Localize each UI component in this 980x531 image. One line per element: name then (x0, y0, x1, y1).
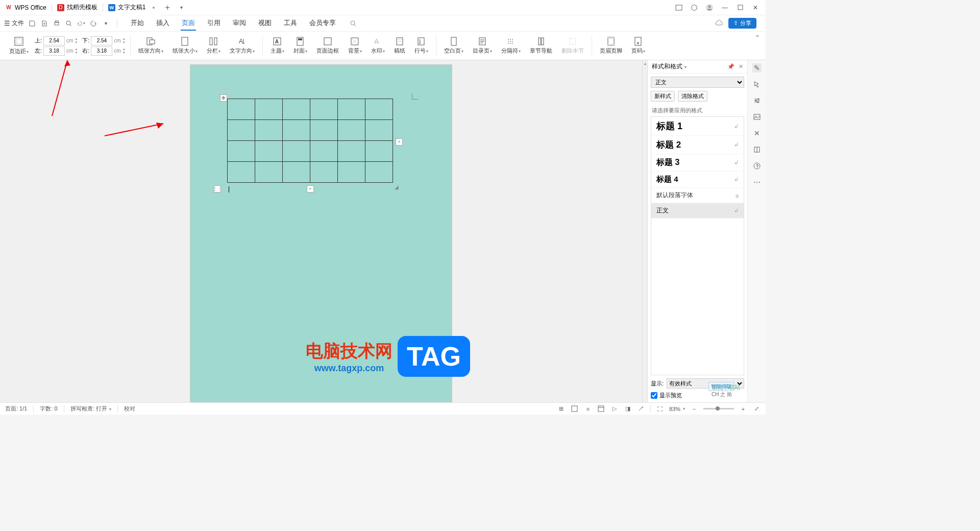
avatar-icon[interactable] (705, 4, 714, 12)
document-table[interactable] (227, 99, 393, 183)
more-icon[interactable]: ⋯ (752, 178, 762, 187)
page-margin-button[interactable]: 页边距▾ (6, 35, 32, 56)
pin-icon[interactable]: 📌 (727, 63, 734, 70)
zoom-slider[interactable] (703, 408, 734, 409)
margin-left-input[interactable] (43, 46, 65, 56)
margin-top-input[interactable] (43, 36, 65, 45)
table-options-handle[interactable]: ⋮⋮ (214, 185, 221, 192)
tab-list-dropdown[interactable]: ▾ (175, 5, 188, 10)
cover-button[interactable]: 封面▾ (290, 36, 310, 56)
help-icon[interactable]: ? (752, 161, 762, 171)
print-icon[interactable] (53, 19, 61, 28)
style-default-font[interactable]: 默认段落字体а (651, 188, 744, 203)
separator-button[interactable]: 分隔符▾ (498, 36, 524, 56)
gallery-icon[interactable] (752, 112, 762, 122)
spinner[interactable]: ▲▼ (122, 47, 126, 55)
print-preview-icon[interactable] (65, 19, 73, 28)
fullscreen-icon[interactable]: ⤢ (752, 405, 761, 413)
page-number-button[interactable]: #页码▾ (628, 36, 648, 56)
view-tool-icon[interactable] (637, 405, 645, 413)
style-list[interactable]: 标题 1↲ 标题 2↲ 标题 3↲ 标题 4↲ 默认段落字体а 正文↲ (651, 116, 744, 375)
redo-icon[interactable] (89, 19, 97, 28)
menu-member[interactable]: 会员专享 (308, 16, 337, 31)
new-tab-button[interactable]: + (160, 3, 175, 12)
table-move-handle[interactable]: ✥ (220, 94, 227, 102)
margin-bottom-input[interactable] (91, 36, 112, 45)
new-style-button[interactable]: 新样式 (651, 91, 675, 102)
cloud-icon[interactable] (715, 19, 723, 28)
view-web-icon[interactable] (597, 405, 605, 413)
spinner[interactable]: ▲▼ (122, 37, 126, 44)
cube-icon[interactable] (690, 4, 698, 12)
document-canvas[interactable]: ✥ ⋮⋮ + + ◢ 电脑技术网 www.tagxp.com (0, 60, 642, 402)
status-page[interactable]: 页面: 1/1 (5, 405, 27, 413)
export-icon[interactable] (40, 19, 48, 28)
status-words[interactable]: 字数: 0 (40, 405, 57, 413)
zoom-out-button[interactable]: − (690, 405, 698, 413)
menu-page[interactable]: 页面 (181, 16, 196, 31)
style-normal[interactable]: 正文↲ (651, 203, 744, 219)
zoom-in-button[interactable]: + (739, 405, 747, 413)
blank-page-button[interactable]: 空白页▾ (441, 36, 467, 56)
paper-size-button[interactable]: 纸张大小▾ (169, 36, 201, 56)
grid-icon[interactable]: ⊞ (557, 405, 566, 413)
view-read-icon[interactable]: ▷ (610, 405, 619, 413)
status-proof[interactable]: 校对 (124, 405, 135, 413)
chapter-nav-button[interactable]: 章节导航 (527, 36, 555, 56)
share-button[interactable]: ⇧分享 (728, 18, 756, 29)
page-border-button[interactable]: 页面边框 (313, 36, 342, 56)
style-heading-3[interactable]: 标题 3↲ (651, 154, 744, 172)
header-footer-button[interactable]: 页眉页脚 (597, 36, 625, 56)
current-style-select[interactable]: 正文 (651, 77, 744, 88)
book-icon[interactable] (752, 145, 762, 154)
style-heading-1[interactable]: 标题 1↲ (651, 117, 744, 136)
view-outline-icon[interactable]: ◨ (624, 405, 632, 413)
maximize-button[interactable] (736, 4, 744, 12)
search-icon[interactable] (349, 19, 357, 28)
close-panel-icon[interactable]: ✕ (739, 63, 743, 70)
spinner[interactable]: ▲▼ (75, 47, 78, 55)
paper-art-button[interactable]: 稿纸 (391, 36, 408, 56)
tab-document[interactable]: W 文字文稿1 • (103, 0, 160, 15)
reading-mode-icon[interactable] (675, 4, 683, 12)
style-heading-2[interactable]: 标题 2↲ (651, 136, 744, 154)
smart-layout-button[interactable]: 智能排版 (708, 382, 734, 391)
menu-review[interactable]: 审阅 (232, 16, 247, 31)
view-print-icon[interactable] (571, 405, 579, 413)
table-add-col-handle[interactable]: + (396, 138, 403, 146)
spinner[interactable]: ▲▼ (75, 37, 78, 44)
save-icon[interactable] (28, 19, 36, 28)
toc-page-button[interactable]: 目录页▾ (470, 36, 495, 56)
menu-insert[interactable]: 插入 (155, 16, 170, 31)
qat-dropdown-icon[interactable]: ▾ (102, 19, 110, 28)
cursor-icon[interactable] (752, 80, 762, 89)
table-resize-handle[interactable]: ◢ (395, 184, 401, 190)
background-button[interactable]: 背景▾ (345, 36, 365, 56)
zoom-value[interactable]: 83% (669, 406, 680, 412)
style-heading-4[interactable]: 标题 4↲ (651, 172, 744, 188)
menu-ref[interactable]: 引用 (206, 16, 222, 31)
table-add-row-handle[interactable]: + (307, 185, 314, 192)
close-button[interactable]: ✕ (751, 4, 760, 12)
text-direction-button[interactable]: A文字方向▾ (227, 36, 258, 56)
minimize-button[interactable]: — (721, 4, 729, 12)
settings-icon[interactable] (752, 96, 762, 105)
fit-page-icon[interactable]: ⛶ (656, 405, 664, 413)
tab-template[interactable]: D 找稻壳模板 (52, 0, 103, 15)
vertical-scrollbar[interactable]: ▴ (642, 60, 647, 402)
tab-wps-home[interactable]: W WPS Office (0, 0, 52, 15)
tools-icon[interactable]: ✕ (752, 129, 762, 138)
status-spell[interactable]: 拼写检查: 打开 ▾ (70, 405, 111, 413)
columns-button[interactable]: 分栏▾ (204, 36, 224, 56)
line-number-button[interactable]: 12行号▾ (411, 36, 431, 56)
watermark-button[interactable]: A水印▾ (368, 36, 388, 56)
undo-icon[interactable]: ▾ (77, 19, 85, 28)
collapse-ribbon-icon[interactable]: ⌃ (754, 34, 761, 42)
menu-tools[interactable]: 工具 (283, 16, 298, 31)
pencil-icon[interactable]: ✎ (752, 63, 762, 73)
menu-view[interactable]: 视图 (257, 16, 273, 31)
orientation-button[interactable]: 纸张方向▾ (135, 36, 166, 56)
file-menu[interactable]: ☰文件 (4, 19, 24, 28)
menu-start[interactable]: 开始 (130, 16, 145, 31)
margin-right-input[interactable] (91, 46, 112, 56)
